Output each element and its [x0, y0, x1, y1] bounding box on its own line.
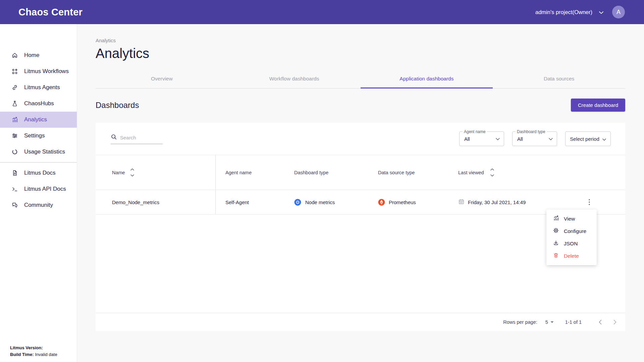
section-title: Dashboards [96, 101, 139, 110]
sidebar-item-label: Litmus Workflows [24, 68, 69, 75]
sidebar-item-label: Litmus Agents [24, 84, 60, 91]
chevron-right-icon [613, 320, 616, 324]
tab-application-dashboards[interactable]: Application dashboards [361, 69, 493, 88]
sidebar-item-label: Analytics [24, 116, 47, 123]
chevron-down-icon [599, 9, 603, 15]
sidebar-item-usage-statistics[interactable]: Usage Statistics [0, 144, 77, 160]
agent-name-select[interactable]: Agent name All [459, 131, 504, 146]
link-icon [11, 84, 18, 91]
sidebar-item-settings[interactable]: Settings [0, 128, 77, 144]
column-header-dashboard-type: Dashboard type [294, 170, 378, 175]
sidebar-item-community[interactable]: Community [0, 197, 77, 213]
search-box[interactable] [111, 134, 163, 144]
tab-bar: Overview Workflow dashboards Application… [96, 69, 625, 88]
rows-per-page-select[interactable]: 5 [545, 319, 554, 325]
cell-data-source-type: Prometheus [389, 199, 416, 205]
search-icon [111, 134, 117, 141]
chevron-down-icon [549, 136, 553, 142]
bar-chart-icon [11, 116, 18, 123]
chevron-left-icon [599, 320, 602, 324]
donut-icon [11, 148, 18, 156]
breadcrumb: Analytics [96, 38, 625, 43]
cell-last-viewed: Friday, 30 Jul 2021, 14:49 [468, 199, 526, 205]
download-icon [553, 240, 559, 247]
workflows-icon [11, 68, 18, 75]
sidebar-item-label: Litmus API Docs [24, 186, 66, 192]
build-time-value: Invalid date [35, 352, 57, 357]
sort-last-viewed-control[interactable] [490, 168, 494, 177]
column-header-last-viewed: Last viewed [458, 170, 484, 175]
cell-name: Demo_Node_metrics [96, 190, 216, 214]
table-row[interactable]: Demo_Node_metrics Self-Agent Node metric… [96, 190, 625, 215]
view-chart-icon [553, 215, 559, 223]
sliders-icon [11, 132, 18, 139]
app-header: Chaos Center admin's project(Owner) A [0, 0, 644, 24]
pagination-bar: Rows per page: 5 1-1 of 1 [96, 313, 625, 331]
sidebar-item-litmus-workflows[interactable]: Litmus Workflows [0, 63, 77, 79]
sort-asc-icon [490, 168, 494, 171]
select-period-label: Select period [570, 136, 599, 142]
agent-name-select-label: Agent name [463, 129, 487, 134]
menu-item-json[interactable]: JSON [546, 237, 597, 250]
agent-name-select-value: All [464, 136, 496, 142]
chevron-down-icon [496, 136, 500, 142]
sidebar-item-label: ChaosHubs [24, 100, 54, 107]
sidebar-item-litmus-api-docs[interactable]: Litmus API Docs [0, 181, 77, 197]
app-title: Chaos Center [18, 7, 83, 18]
sidebar-item-analytics[interactable]: Analytics [0, 112, 77, 128]
previous-page-button[interactable] [595, 317, 605, 327]
gear-icon [553, 227, 559, 235]
search-input[interactable] [120, 135, 160, 140]
table-header: Name Agent name Dashboard type Data sour… [96, 155, 625, 190]
sidebar-item-home[interactable]: Home [0, 47, 77, 63]
menu-item-view[interactable]: View [546, 213, 597, 225]
sidebar-divider [0, 162, 77, 163]
kebab-icon [589, 199, 590, 205]
column-header-agent-name: Agent name [216, 170, 294, 175]
sort-asc-icon [130, 168, 134, 171]
filter-bar: Agent name All Dashboard type All Select… [96, 123, 625, 155]
main-content: Analytics Analytics Overview Workflow da… [77, 24, 644, 362]
tab-overview[interactable]: Overview [96, 69, 228, 88]
pagination-range: 1-1 of 1 [565, 319, 582, 325]
sidebar-item-label: Home [24, 52, 39, 59]
menu-item-label: Configure [564, 228, 586, 234]
create-dashboard-button[interactable]: Create dashboard [571, 99, 625, 112]
home-icon [11, 52, 18, 59]
cell-dashboard-type: Node metrics [305, 199, 335, 205]
column-header-name: Name [112, 170, 125, 175]
menu-item-configure[interactable]: Configure [546, 225, 597, 237]
dashboard-type-select-value: All [517, 136, 549, 142]
kubernetes-icon [294, 199, 301, 206]
chat-icon [11, 201, 18, 209]
sidebar-item-litmus-agents[interactable]: Litmus Agents [0, 79, 77, 96]
document-icon [11, 169, 18, 177]
calendar-icon [458, 198, 465, 206]
row-options-button[interactable] [584, 196, 595, 208]
menu-item-label: Delete [564, 253, 579, 259]
tab-workflow-dashboards[interactable]: Workflow dashboards [228, 69, 361, 88]
rows-per-page-value: 5 [545, 319, 548, 325]
sidebar-item-label: Litmus Docs [24, 170, 56, 176]
litmus-version-label: Litmus Version: [10, 345, 43, 350]
project-switcher[interactable]: admin's project(Owner) [535, 9, 603, 15]
next-page-button[interactable] [610, 317, 620, 327]
select-period-button[interactable]: Select period [565, 131, 611, 146]
flask-icon [11, 100, 18, 107]
sidebar-item-chaoshubs[interactable]: ChaosHubs [0, 96, 77, 112]
sidebar-item-label: Usage Statistics [24, 148, 65, 155]
prometheus-icon [378, 199, 385, 206]
sort-desc-icon [490, 174, 494, 177]
avatar[interactable]: A [612, 6, 625, 18]
version-info: Litmus Version: Build Time: Invalid date [0, 345, 77, 362]
dashboard-type-select[interactable]: Dashboard type All [512, 131, 557, 146]
menu-item-delete[interactable]: Delete [546, 250, 597, 262]
tab-data-sources[interactable]: Data sources [493, 69, 625, 88]
sort-name-control[interactable] [130, 168, 134, 177]
page-title: Analytics [96, 46, 625, 61]
sidebar-item-litmus-docs[interactable]: Litmus Docs [0, 165, 77, 181]
row-options-menu: View Configure JSON Delete [546, 209, 597, 265]
menu-item-label: View [564, 216, 575, 222]
sidebar-item-label: Community [24, 202, 53, 208]
dashboards-card: Agent name All Dashboard type All Select… [96, 123, 625, 331]
